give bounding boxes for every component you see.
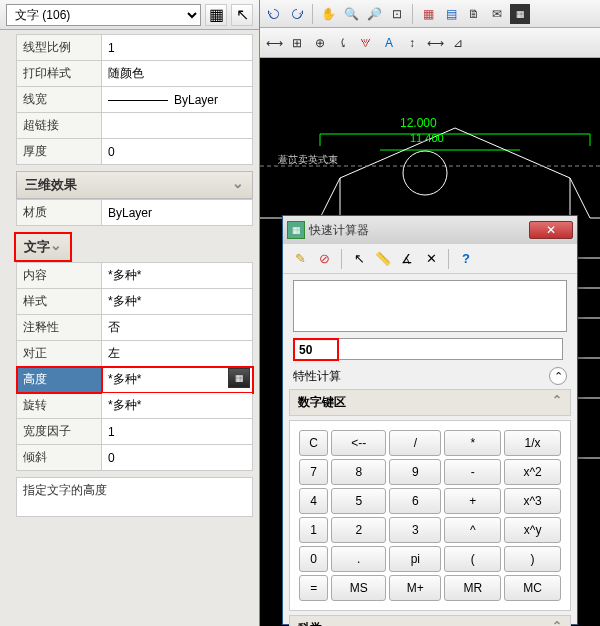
dim-arc-icon[interactable]: ⤹ <box>333 33 353 53</box>
calc-key[interactable]: 8 <box>331 459 386 485</box>
prop-value[interactable]: 否 <box>102 315 253 341</box>
prop-value[interactable]: *多种* <box>102 393 253 419</box>
redo-icon[interactable] <box>287 4 307 24</box>
prop-value[interactable] <box>102 113 253 139</box>
calc-key[interactable]: C <box>299 430 328 456</box>
calc-key[interactable]: 2 <box>331 517 386 543</box>
calc-key[interactable]: MC <box>504 575 561 601</box>
calc-key[interactable]: x^3 <box>504 488 561 514</box>
property-hint: 指定文字的高度 <box>16 477 253 517</box>
clear-icon[interactable]: ⊘ <box>315 250 333 268</box>
calc-title-text: 快速计算器 <box>309 222 369 239</box>
calc-key[interactable]: 0 <box>299 546 328 572</box>
calc-key[interactable]: pi <box>389 546 441 572</box>
pan-icon[interactable]: ✋ <box>318 4 338 24</box>
calc-key[interactable]: + <box>444 488 501 514</box>
zoom-extents-icon[interactable]: ⊡ <box>387 4 407 24</box>
intersect-icon[interactable]: ✕ <box>422 250 440 268</box>
tool1-icon[interactable]: 🗎 <box>464 4 484 24</box>
calc-key[interactable]: x^y <box>504 517 561 543</box>
calc-key[interactable]: ) <box>504 546 561 572</box>
prop-label: 材质 <box>17 200 102 226</box>
dim-angle-icon[interactable]: ⩔ <box>356 33 376 53</box>
prop-value[interactable]: *多种*▦ <box>102 367 253 393</box>
calc-key[interactable]: MS <box>331 575 386 601</box>
dim-circle-icon[interactable]: ⊕ <box>310 33 330 53</box>
calc-key[interactable]: <-- <box>331 430 386 456</box>
get-point-icon[interactable]: ↖ <box>350 250 368 268</box>
calc-key[interactable]: 1 <box>299 517 328 543</box>
calc-key[interactable]: 9 <box>389 459 441 485</box>
toggle-pim-icon[interactable]: ▦ <box>205 4 227 26</box>
prop-value[interactable]: 1 <box>102 419 253 445</box>
calc-input-rest[interactable] <box>339 338 563 360</box>
dim-box-icon[interactable]: ⊞ <box>287 33 307 53</box>
prop-value[interactable]: 1 <box>102 35 253 61</box>
calc-app-icon: ▦ <box>287 221 305 239</box>
group-3d-header[interactable]: 三维效果 <box>16 171 253 199</box>
close-button[interactable]: ✕ <box>529 221 573 239</box>
calc-key[interactable]: * <box>444 430 501 456</box>
object-type-select[interactable]: 文字 (106) <box>6 4 201 26</box>
quick-select-icon[interactable]: ↖ <box>231 4 253 26</box>
prop-value[interactable]: ByLayer <box>102 87 253 113</box>
prop-value[interactable]: *多种* <box>102 263 253 289</box>
properties-header: 文字 (106) ▦ ↖ <box>0 0 259 30</box>
calc-key[interactable]: 5 <box>331 488 386 514</box>
main-toolbar-2: ⟷ ⊞ ⊕ ⤹ ⩔ A ↕ ⟷ ⊿ <box>260 28 600 58</box>
help-icon[interactable]: ? <box>457 250 475 268</box>
calc-key[interactable]: / <box>389 430 441 456</box>
zoom-out-icon[interactable]: 🔎 <box>364 4 384 24</box>
science-section-header[interactable]: 科学 <box>289 615 571 626</box>
undo-icon[interactable] <box>264 4 284 24</box>
prop-label: 厚度 <box>17 139 102 165</box>
prop-value[interactable]: 0 <box>102 445 253 471</box>
prop-value[interactable]: ByLayer <box>102 200 253 226</box>
main-toolbar-1: ✋ 🔍 🔎 ⊡ ▦ ▤ 🗎 ✉ ▦ <box>260 0 600 28</box>
calc-display[interactable] <box>293 280 567 332</box>
layer-icon[interactable]: ▦ <box>418 4 438 24</box>
dim-edit-icon[interactable]: ↕ <box>402 33 422 53</box>
props-icon[interactable]: ▤ <box>441 4 461 24</box>
calc-key[interactable]: 6 <box>389 488 441 514</box>
dim-text-icon[interactable]: A <box>379 33 399 53</box>
calc-key[interactable]: ^ <box>444 517 501 543</box>
measure-icon[interactable]: 📏 <box>374 250 392 268</box>
calculator-icon[interactable]: ▦ <box>510 4 530 24</box>
dimension-2: 11.400 <box>410 132 444 144</box>
calc-key[interactable]: MR <box>444 575 501 601</box>
prop-label: 旋转 <box>17 393 102 419</box>
dim-style-icon[interactable]: ⊿ <box>448 33 468 53</box>
tool2-icon[interactable]: ✉ <box>487 4 507 24</box>
calc-key[interactable]: M+ <box>389 575 441 601</box>
prop-value[interactable]: *多种* <box>102 289 253 315</box>
prop-value[interactable]: 左 <box>102 341 253 367</box>
calc-titlebar[interactable]: ▦ 快速计算器 ✕ <box>283 216 577 244</box>
calc-key[interactable]: 3 <box>389 517 441 543</box>
prop-label: 打印样式 <box>17 61 102 87</box>
calc-key[interactable]: . <box>331 546 386 572</box>
prop-label: 宽度因子 <box>17 419 102 445</box>
group-text-header[interactable]: 文字 <box>14 232 72 262</box>
calc-key[interactable]: 4 <box>299 488 328 514</box>
cell-calculator-button[interactable]: ▦ <box>228 368 250 388</box>
calc-key[interactable]: ( <box>444 546 501 572</box>
dim-linear-icon[interactable]: ⟷ <box>264 33 284 53</box>
calc-input[interactable] <box>295 341 337 359</box>
zoom-in-icon[interactable]: 🔍 <box>341 4 361 24</box>
prop-label: 注释性 <box>17 315 102 341</box>
calc-key[interactable]: 1/x <box>504 430 561 456</box>
calc-key[interactable]: 7 <box>299 459 328 485</box>
collapse-icon[interactable]: ⌃ <box>549 367 567 385</box>
pencil-icon[interactable]: ✎ <box>291 250 309 268</box>
prop-value[interactable]: 随颜色 <box>102 61 253 87</box>
prop-value[interactable]: 0 <box>102 139 253 165</box>
angle-icon[interactable]: ∡ <box>398 250 416 268</box>
calc-toolbar: ✎ ⊘ ↖ 📏 ∡ ✕ ? <box>283 244 577 274</box>
calc-key[interactable]: = <box>299 575 328 601</box>
numpad-section-header[interactable]: 数字键区 <box>289 389 571 416</box>
calc-key[interactable]: x^2 <box>504 459 561 485</box>
dim-align-icon[interactable]: ⟷ <box>425 33 445 53</box>
calc-key[interactable]: - <box>444 459 501 485</box>
prop-label: 线型比例 <box>17 35 102 61</box>
